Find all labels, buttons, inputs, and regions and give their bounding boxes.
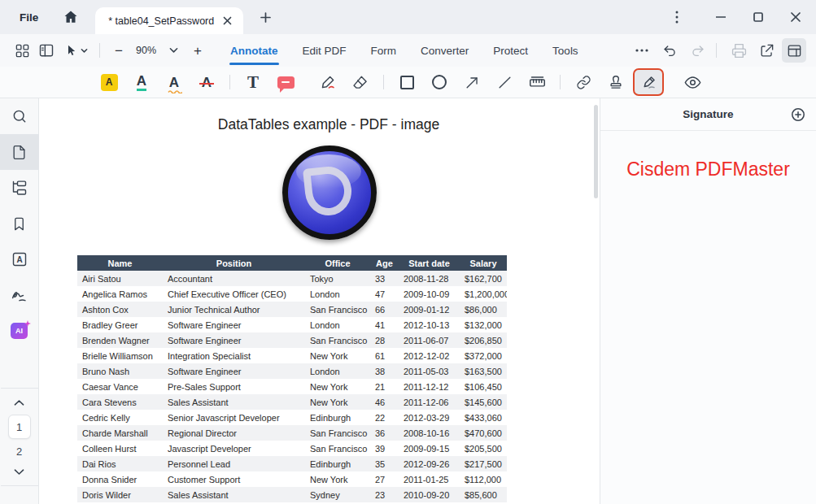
table-cell: Bruno Nash: [77, 363, 163, 379]
grid-icon: [15, 43, 30, 59]
tab-annotate[interactable]: Annotate: [218, 34, 290, 67]
tab-tools[interactable]: Tools: [540, 34, 591, 67]
text-tool[interactable]: T: [237, 68, 269, 96]
table-cell: London: [305, 286, 370, 302]
table-cell: New York: [305, 379, 370, 394]
page-two-button[interactable]: 2: [16, 445, 22, 458]
table-cell: 2009-10-09: [399, 286, 460, 302]
underline-tool[interactable]: A: [125, 68, 158, 96]
divider: [560, 75, 561, 89]
redo-icon: [690, 43, 705, 59]
signature-panel: Signature Cisdem PDFMaster: [600, 98, 816, 504]
thumbnail-grid-button[interactable]: [10, 38, 34, 63]
vertical-scrollbar[interactable]: [594, 105, 598, 198]
tab-protect[interactable]: Protect: [481, 34, 540, 67]
highlight-tool[interactable]: A: [93, 68, 125, 96]
signature-tool[interactable]: [633, 68, 664, 96]
printer-icon: [731, 43, 747, 59]
tab-close-icon[interactable]: [219, 13, 235, 29]
sidebar-item-bookmarks[interactable]: [0, 206, 39, 241]
zoom-menu-button[interactable]: [161, 38, 185, 63]
tab-converter[interactable]: Converter: [408, 34, 481, 67]
eraser-tool[interactable]: [344, 68, 377, 96]
more-menu-button[interactable]: [665, 5, 689, 29]
arrow-tool[interactable]: [456, 68, 488, 96]
sidebar-item-outline[interactable]: [0, 170, 39, 206]
strikethrough-tool[interactable]: A: [190, 68, 223, 96]
new-tab-button[interactable]: [255, 7, 276, 28]
table-cell: $162,700: [460, 271, 507, 286]
document-tab[interactable]: * table04_SetPassword: [95, 7, 243, 34]
redact-eye-tool[interactable]: [676, 68, 709, 96]
sidebar-item-pages[interactable]: [0, 134, 39, 170]
home-button[interactable]: [59, 6, 82, 28]
line-tool[interactable]: [488, 68, 521, 96]
table-header-cell: Age: [370, 255, 399, 271]
sidebar-item-search[interactable]: [0, 98, 39, 134]
rectangle-tool[interactable]: [391, 68, 423, 96]
share-export-icon: [759, 43, 775, 59]
table-cell: 33: [370, 271, 399, 286]
titlebar: File * table04_SetPassword: [0, 0, 816, 34]
add-signature-button[interactable]: [790, 106, 806, 123]
pencil-tool[interactable]: [312, 68, 344, 96]
annotation-toolbar: A A A A T: [0, 67, 816, 98]
table-cell: 66: [370, 302, 399, 317]
divider: [1, 485, 38, 486]
print-button[interactable]: [727, 38, 751, 63]
table-cell: $85,600: [460, 487, 507, 502]
table-cell: $86,000: [460, 302, 507, 317]
table-cell: 2011-01-25: [399, 471, 460, 487]
minimize-button[interactable]: [709, 5, 733, 29]
main-area: A AI 1 2 DataTables example - PDF - imag…: [0, 98, 816, 504]
table-cell: 2009-09-15: [399, 441, 460, 456]
table-cell: Software Engineer: [163, 363, 305, 379]
table-cell: 41: [370, 317, 399, 332]
sidebar-item-signatures[interactable]: [0, 277, 39, 313]
table-row: Cara StevensSales AssistantNew York46201…: [77, 394, 507, 410]
text-icon: T: [247, 74, 259, 91]
ellipse-tool[interactable]: [423, 68, 456, 96]
table-cell: Cara Stevens: [77, 394, 163, 410]
ai-icon: AI: [11, 323, 28, 339]
arrow-icon: [465, 75, 480, 90]
pdf-document-title: DataTables example - PDF - image: [114, 116, 543, 133]
next-page-button[interactable]: [7, 463, 32, 480]
maximize-button[interactable]: [746, 5, 770, 29]
sidebar-toggle-button[interactable]: [34, 38, 59, 63]
layout-panel-button[interactable]: [782, 38, 806, 63]
comment-tool[interactable]: [269, 68, 302, 96]
undo-button[interactable]: [657, 38, 682, 63]
measure-tool[interactable]: [521, 68, 553, 96]
plus-circle-icon: [791, 107, 805, 122]
table-cell: 2009-01-12: [399, 302, 460, 317]
sidebar-item-annotations[interactable]: A: [0, 241, 39, 277]
signature-list-item[interactable]: Cisdem PDFMaster: [600, 159, 816, 180]
squiggly-tool[interactable]: A: [158, 68, 190, 96]
select-tool-button[interactable]: [59, 38, 93, 63]
table-cell: New York: [305, 394, 370, 410]
previous-page-button[interactable]: [7, 393, 32, 411]
zoom-level[interactable]: 90%: [136, 45, 156, 56]
export-button[interactable]: [754, 38, 779, 63]
redo-button[interactable]: [685, 38, 709, 63]
current-page-indicator[interactable]: 1: [8, 415, 31, 439]
tab-form[interactable]: Form: [359, 34, 409, 67]
close-button[interactable]: [783, 5, 808, 29]
file-menu[interactable]: File: [15, 8, 43, 27]
zoom-out-button[interactable]: −: [107, 38, 131, 63]
signature-scribble-icon: [11, 287, 28, 304]
page-thumbnails-icon: [11, 145, 27, 160]
rectangle-icon: [400, 76, 414, 89]
datatables-logo: [282, 146, 377, 240]
stamp-tool[interactable]: [600, 68, 632, 96]
tab-edit-pdf[interactable]: Edit PDF: [290, 34, 359, 67]
table-cell: San Francisco: [305, 332, 370, 348]
pdf-page[interactable]: DataTables example - PDF - image NamePos…: [39, 98, 600, 504]
link-tool[interactable]: [567, 68, 600, 96]
sidebar-item-ai[interactable]: AI: [0, 313, 39, 349]
more-tools-button[interactable]: [630, 38, 654, 63]
table-cell: Charde Marshall: [77, 425, 163, 441]
zoom-in-button[interactable]: +: [185, 38, 210, 63]
table-row: Ashton CoxJunior Technical AuthorSan Fra…: [77, 302, 507, 317]
